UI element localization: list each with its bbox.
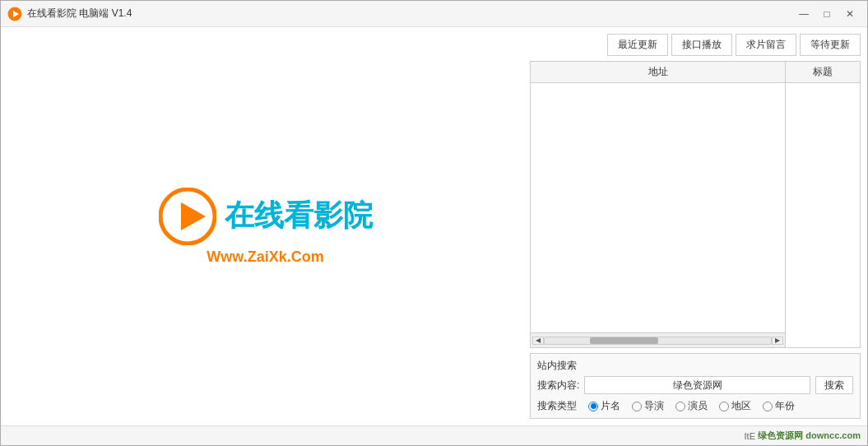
main-content: 在线看影院 Www.ZaiXk.Com 最近更新 接口播放 求片留言 等待更新 … xyxy=(1,27,867,425)
watermark-text: 绿色资源网 downcc.com xyxy=(758,430,861,442)
search-input[interactable] xyxy=(584,376,810,394)
radio-circle-region xyxy=(719,402,729,411)
data-table: 地址 ◀ ▶ 标题 xyxy=(530,61,861,348)
ite-text: ItE xyxy=(745,431,755,441)
scrollbar-thumb[interactable] xyxy=(590,337,658,344)
search-content-row: 搜索内容: 搜索 xyxy=(537,376,853,394)
logo-url: Www.ZaiXk.Com xyxy=(207,249,323,266)
radio-circle-director xyxy=(632,402,642,411)
search-type-label: 搜索类型 xyxy=(537,399,577,413)
scrollbar-track[interactable] xyxy=(544,337,772,345)
title-column-header: 标题 xyxy=(786,62,860,83)
right-panel: 最近更新 接口播放 求片留言 等待更新 地址 ◀ ▶ xyxy=(530,27,867,425)
title-bar: 在线看影院 电脑端 V1.4 — □ ✕ xyxy=(1,1,867,27)
title-column-body[interactable] xyxy=(786,83,860,347)
address-column-header: 地址 xyxy=(531,62,785,83)
search-section-title: 站内搜索 xyxy=(537,359,853,373)
left-panel: 在线看影院 Www.ZaiXk.Com xyxy=(1,27,530,425)
table-main-column: 地址 ◀ ▶ xyxy=(531,62,786,347)
search-type-row: 搜索类型 片名 导演 演员 xyxy=(537,399,853,413)
radio-label-region: 地区 xyxy=(731,399,751,413)
search-content-label: 搜索内容: xyxy=(537,379,579,393)
scroll-right-arrow[interactable]: ▶ xyxy=(772,337,783,345)
logo-container: 在线看影院 Www.ZaiXk.Com xyxy=(159,188,373,266)
app-window: 在线看影院 电脑端 V1.4 — □ ✕ 在线看影院 Www.ZaiXk.Com xyxy=(0,0,868,446)
radio-item-region[interactable]: 地区 xyxy=(719,399,751,413)
pending-update-button[interactable]: 等待更新 xyxy=(800,34,861,56)
app-icon xyxy=(7,7,22,21)
radio-dot-name xyxy=(591,403,596,409)
top-buttons: 最近更新 接口播放 求片留言 等待更新 xyxy=(530,34,861,56)
radio-item-director[interactable]: 导演 xyxy=(632,399,664,413)
search-area: 站内搜索 搜索内容: 搜索 搜索类型 片名 xyxy=(530,353,861,419)
maximize-button[interactable]: □ xyxy=(816,5,838,23)
svg-marker-3 xyxy=(181,202,206,230)
bottom-bar: ItE 绿色资源网 downcc.com xyxy=(1,425,867,445)
radio-circle-name xyxy=(588,402,598,411)
radio-label-name: 片名 xyxy=(601,399,620,413)
radio-item-year[interactable]: 年份 xyxy=(763,399,795,413)
radio-label-actor: 演员 xyxy=(688,399,708,413)
window-title: 在线看影院 电脑端 V1.4 xyxy=(27,7,132,21)
recent-update-button[interactable]: 最近更新 xyxy=(607,34,668,56)
logo-row: 在线看影院 xyxy=(159,188,373,245)
address-column-body[interactable] xyxy=(531,83,785,332)
radio-label-director: 导演 xyxy=(644,399,664,413)
title-bar-left: 在线看影院 电脑端 V1.4 xyxy=(7,7,132,21)
close-button[interactable]: ✕ xyxy=(839,5,861,23)
radio-item-actor[interactable]: 演员 xyxy=(675,399,708,413)
search-button[interactable]: 搜索 xyxy=(815,376,853,394)
radio-circle-year xyxy=(763,402,773,411)
radio-label-year: 年份 xyxy=(775,399,795,413)
minimize-button[interactable]: — xyxy=(793,5,815,23)
radio-circle-actor xyxy=(675,402,685,411)
radio-item-name[interactable]: 片名 xyxy=(588,399,620,413)
logo-text-chinese: 在线看影院 xyxy=(225,196,373,236)
horizontal-scrollbar[interactable]: ◀ ▶ xyxy=(531,332,785,347)
window-controls: — □ ✕ xyxy=(793,5,861,23)
request-film-button[interactable]: 求片留言 xyxy=(736,34,796,56)
logo-play-icon xyxy=(159,188,216,245)
table-side-column: 标题 xyxy=(786,62,860,347)
interface-play-button[interactable]: 接口播放 xyxy=(671,34,732,56)
scroll-left-arrow[interactable]: ◀ xyxy=(532,337,544,345)
